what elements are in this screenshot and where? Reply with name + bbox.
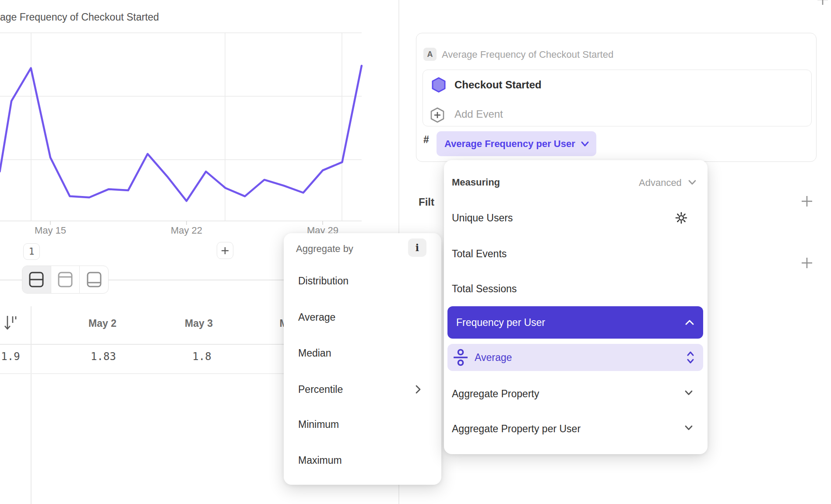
add-breakdown-button[interactable]	[801, 257, 813, 270]
menu-item-percentile[interactable]: Percentile	[298, 384, 343, 396]
split-middle-icon	[28, 271, 44, 288]
table-cell: 1.83	[91, 350, 116, 363]
chevron-up-icon	[685, 319, 694, 326]
layout-toggle-group	[22, 266, 109, 294]
gear-icon[interactable]	[675, 212, 687, 226]
add-filter-button[interactable]	[801, 196, 813, 209]
plus-icon	[801, 257, 813, 269]
chevron-down-icon	[684, 425, 693, 433]
event-hexagon-icon	[432, 77, 446, 94]
table-header-cell[interactable]: May 3	[185, 318, 213, 329]
aggregate-by-menu: Aggregate by i Distribution Average Medi…	[284, 233, 441, 485]
menu-item-average[interactable]: Average	[298, 312, 335, 323]
menu-item-unique-users[interactable]: Unique Users	[452, 212, 513, 224]
table-header-cell[interactable]: May 2	[88, 318, 116, 329]
event-list: Checkout Started Add Event	[423, 70, 812, 126]
metrics-section-header: Metrics	[429, 0, 472, 3]
menu-item-median[interactable]: Median	[298, 347, 331, 359]
event-name[interactable]: Checkout Started	[454, 79, 542, 91]
menu-item-total-sessions[interactable]: Total Sessions	[452, 283, 517, 295]
measurement-dropdown-label: Average Frequency per User	[444, 138, 575, 150]
plus-icon	[817, 0, 828, 5]
menu-item-distribution[interactable]: Distribution	[298, 275, 349, 287]
advanced-toggle[interactable]: Advanced	[639, 177, 682, 189]
x-axis-tick-label: May 15	[35, 225, 66, 236]
plus-icon	[801, 196, 813, 207]
metric-title-input[interactable]: Average Frequency of Checkout Started	[442, 49, 613, 60]
add-metric-button[interactable]	[817, 0, 828, 7]
chart-title: age Frequency of Checkout Started	[0, 11, 159, 23]
metric-card: A Average Frequency of Checkout Started …	[416, 33, 817, 162]
table-cell: 1.9	[1, 350, 20, 363]
chevron-up-down-icon	[687, 351, 694, 364]
aggregate-by-header: Aggregate by	[296, 243, 353, 255]
add-event-button[interactable]: Add Event	[454, 108, 503, 120]
layout-split-view-button[interactable]	[22, 266, 51, 293]
interval-input[interactable]: 1	[23, 243, 40, 260]
measuring-header: Measuring	[452, 177, 500, 188]
plus-icon	[221, 246, 229, 255]
sub-item-label: Average	[475, 352, 680, 364]
table-column-divider	[31, 306, 32, 504]
measurement-dropdown-button[interactable]: Average Frequency per User	[437, 131, 596, 156]
analytics-app: age Frequency of Checkout Started May 15…	[0, 0, 831, 504]
menu-item-aggregate-property-per-user[interactable]: Aggregate Property per User	[452, 423, 581, 435]
menu-item-aggregate-property[interactable]: Aggregate Property	[452, 388, 539, 400]
selected-item-label: Frequency per User	[456, 317, 545, 329]
chart-data-line[interactable]	[0, 66, 362, 201]
chevron-right-icon	[415, 385, 421, 396]
average-divide-icon	[454, 348, 468, 367]
info-icon[interactable]: i	[408, 238, 426, 257]
split-bottom-icon	[86, 271, 102, 288]
chart-gridlines	[0, 33, 362, 225]
menu-item-maximum[interactable]: Maximum	[298, 455, 342, 466]
x-axis-tick-label: May 22	[171, 225, 202, 236]
chevron-down-icon	[581, 141, 589, 147]
sort-icon[interactable]	[4, 315, 17, 334]
chevron-down-icon	[688, 179, 697, 187]
table-cell: 1.8	[192, 350, 211, 363]
layout-table-only-button[interactable]	[79, 266, 108, 293]
chevron-down-icon	[684, 390, 693, 398]
line-chart	[0, 26, 363, 228]
menu-item-minimum[interactable]: Minimum	[298, 419, 339, 430]
measuring-menu: Measuring Advanced Unique Users Total Ev…	[444, 160, 708, 454]
menu-item-frequency-per-user-selected[interactable]: Frequency per User	[447, 306, 703, 339]
add-event-icon	[430, 107, 445, 125]
metric-letter-badge: A	[423, 48, 437, 61]
menu-item-total-events[interactable]: Total Events	[452, 248, 507, 260]
measurement-hash-label: #	[423, 134, 429, 146]
filters-section-label: Filt	[419, 196, 434, 208]
add-annotation-button[interactable]	[217, 242, 233, 259]
sub-item-average-selector[interactable]: Average	[447, 344, 703, 371]
split-top-icon	[57, 271, 73, 288]
layout-chart-only-button[interactable]	[51, 266, 80, 293]
